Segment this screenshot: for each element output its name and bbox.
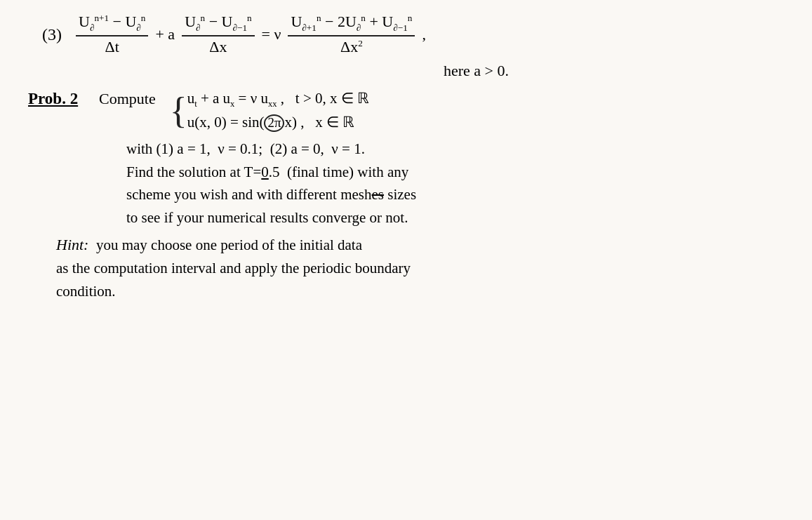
fraction-3-denominator: Δx2 (338, 36, 366, 56)
scheme-line: scheme you wish and with different meshe… (126, 183, 784, 206)
system-of-equations: ut + a ux = ν uxx , t > 0, x ∈ ℝ u(x, 0)… (187, 90, 369, 132)
hint-text-3: condition. (56, 283, 116, 300)
prob2-row: Prob. 2 Compute { ut + a ux = ν uxx , t … (28, 90, 784, 132)
equation-3-line: (3) U∂n+1 − U∂n Δt + a U∂n − U∂−1n Δx = … (42, 13, 784, 56)
circled-2pi: 2π (264, 114, 284, 132)
prob2-label: Prob. 2 (28, 90, 91, 108)
content-area: (3) U∂n+1 − U∂n Δt + a U∂n − U∂−1n Δx = … (28, 13, 784, 506)
page: (3) U∂n+1 − U∂n Δt + a U∂n − U∂−1n Δx = … (0, 0, 812, 520)
hint-text-2: as the computation interval and apply th… (56, 260, 411, 276)
compute-label: Compute (91, 90, 156, 108)
fraction-2-numerator: U∂n − U∂−1n (182, 13, 254, 36)
hint-text-1: you may choose one period of the initial… (93, 236, 362, 253)
fraction-2-denominator: Δx (206, 36, 229, 56)
to-see-line: to see if your numerical results converg… (126, 206, 784, 229)
plus-a-operator: + a (155, 25, 175, 44)
body-text: with (1) a = 1, ν = 0.1; (2) a = 0, ν = … (126, 138, 784, 229)
fraction-1: U∂n+1 − U∂n Δt (76, 13, 148, 56)
fraction-1-denominator: Δt (102, 36, 122, 56)
fraction-1-numerator: U∂n+1 − U∂n (76, 13, 148, 36)
strikethrough-word: es (372, 186, 385, 203)
here-line: here a > 0. (168, 62, 784, 80)
trailing-comma: , (422, 25, 426, 44)
fraction-3: U∂+1n − 2U∂n + U∂−1n Δx2 (288, 13, 415, 56)
initial-condition: u(x, 0) = sin(2πx) , x ∈ ℝ (187, 114, 369, 132)
pde-equation: ut + a ux = ν uxx , t > 0, x ∈ ℝ (187, 90, 369, 109)
hint-block: Hint: you may choose one period of the i… (56, 233, 784, 302)
fraction-3-numerator: U∂+1n − 2U∂n + U∂−1n (288, 13, 415, 36)
find-line: Find the solution at T=0.5 (final time) … (126, 161, 784, 184)
fraction-2: U∂n − U∂−1n Δx (182, 13, 254, 56)
hint-label: Hint: (56, 236, 88, 253)
equals-nu-operator: = ν (262, 25, 281, 44)
left-brace: { (170, 93, 187, 129)
equation-3-label: (3) (42, 25, 62, 44)
with-line: with (1) a = 1, ν = 0.1; (2) a = 0, ν = … (126, 138, 784, 161)
